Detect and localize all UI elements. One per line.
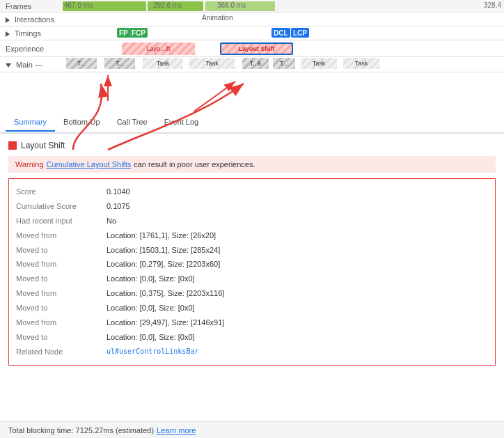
timings-expand-icon[interactable] <box>6 31 10 37</box>
details-box: Score 0.1040 Cumulative Score 0.1075 Had… <box>8 178 496 366</box>
arrow-2 <box>139 81 235 111</box>
timestamp-2: 292.6 ms <box>153 1 182 9</box>
task-4: Task <box>189 58 235 69</box>
timings-row: Timings FP FCP DCL LCP <box>0 26 504 40</box>
detail-moved-to-2: Moved to Location: [0,0], Size: [0x0] <box>16 272 488 286</box>
moved-from-3-val: Location: [0,375], Size: [2203x116] <box>107 286 224 301</box>
detail-recent-input: Had recent input No <box>16 214 488 228</box>
moved-from-1-key: Moved from <box>16 228 107 243</box>
related-node-key: Related Node <box>16 345 107 359</box>
experience-row: Experience Layo...ift Layout Shift <box>0 40 504 57</box>
main-label: Main — <box>0 61 63 69</box>
detail-moved-to-4: Moved to Location: [0,0], Size: [0x0] <box>16 330 488 345</box>
timings-label: Timings <box>0 29 63 38</box>
timings-track: FP FCP DCL LCP <box>63 26 504 40</box>
moved-to-4-val: Location: [0,0], Size: [0x0] <box>107 330 195 345</box>
tab-call-tree[interactable]: Call Tree <box>109 114 156 132</box>
moved-from-2-key: Moved from <box>16 257 107 272</box>
timestamp-3: 366.0 ms <box>217 1 246 9</box>
moved-from-3-key: Moved from <box>16 286 107 301</box>
moved-to-2-val: Location: [0,0], Size: [0x0] <box>107 272 195 286</box>
detail-moved-to-1: Moved to Location: [1503,1], Size: [285x… <box>16 243 488 258</box>
exp-block-1[interactable]: Layo...ift <box>122 42 195 55</box>
exp-block-1-label: Layo...ift <box>146 45 170 52</box>
learn-more-link[interactable]: Learn more <box>157 426 196 435</box>
footer-text: Total blocking time: 7125.27ms (estimate… <box>8 426 154 435</box>
detail-score: Score 0.1040 <box>16 185 488 199</box>
task-1: T... <box>66 58 97 69</box>
moved-from-4-key: Moved from <box>16 315 107 330</box>
task-8: Task <box>343 58 379 69</box>
expand-icon[interactable] <box>6 17 10 23</box>
layout-shift-icon <box>8 141 17 150</box>
recent-input-val: No <box>107 214 116 228</box>
frames-label: Frames <box>0 2 63 10</box>
panel-title: Layout Shift <box>8 141 496 150</box>
frames-row: Frames 467.0 ms 292.6 ms 366.0 ms 328.4 <box>0 0 504 13</box>
interactions-track: Animation <box>63 13 504 26</box>
task-2: T... <box>104 58 135 69</box>
footer-bar: Total blocking time: 7125.27ms (estimate… <box>0 421 504 438</box>
warning-suffix: can result in poor user experiences. <box>134 160 255 169</box>
moved-from-1-val: Location: [1761,1], Size: [26x20] <box>107 228 216 243</box>
panel-title-text: Layout Shift <box>21 141 65 150</box>
timestamp-1: 467.0 ms <box>64 1 93 9</box>
detail-related-node: Related Node ul#userControlLinksBar <box>16 345 488 359</box>
detail-cumulative-score: Cumulative Score 0.1075 <box>16 199 488 214</box>
moved-from-2-val: Location: [0,279], Size: [2203x60] <box>107 257 220 272</box>
tab-summary[interactable]: Summary <box>6 114 55 132</box>
moved-to-3-key: Moved to <box>16 301 107 315</box>
interactions-row: Interactions Animation <box>0 13 504 26</box>
devtools-container: Frames 467.0 ms 292.6 ms 366.0 ms 328.4 … <box>0 0 504 438</box>
interactions-label: Interactions <box>0 15 63 24</box>
score-key: Score <box>16 185 107 199</box>
moved-to-1-val: Location: [1503,1], Size: [285x24] <box>107 243 220 258</box>
cumulative-score-key: Cumulative Score <box>16 199 107 214</box>
exp-block-2[interactable]: Layout Shift <box>220 42 293 55</box>
moved-to-4-key: Moved to <box>16 330 107 345</box>
exp-block-2-label: Layout Shift <box>239 45 275 52</box>
animation-label: Animation <box>202 14 233 22</box>
detail-moved-to-3: Moved to Location: [0,0], Size: [0x0] <box>16 301 488 315</box>
moved-to-3-val: Location: [0,0], Size: [0x0] <box>107 301 195 315</box>
summary-panel: Layout Shift Warning Cumulative Layout S… <box>0 134 504 370</box>
recent-input-key: Had recent input <box>16 214 107 228</box>
detail-moved-from-2: Moved from Location: [0,279], Size: [220… <box>16 257 488 272</box>
main-track: T... T... Task Task T...k T... Task Task <box>63 57 504 72</box>
main-row: Main — T... T... Task Task T...k T... Ta… <box>0 57 504 72</box>
task-5: T...k <box>242 58 269 69</box>
moved-to-1-key: Moved to <box>16 243 107 258</box>
timeline-section: Frames 467.0 ms 292.6 ms 366.0 ms 328.4 … <box>0 0 504 111</box>
detail-moved-from-4: Moved from Location: [29,497], Size: [21… <box>16 315 488 330</box>
task-6: T... <box>273 58 295 69</box>
moved-to-2-key: Moved to <box>16 272 107 286</box>
warning-prefix: Warning <box>15 160 44 169</box>
detail-moved-from-1: Moved from Location: [1761,1], Size: [26… <box>16 228 488 243</box>
moved-from-4-val: Location: [29,497], Size: [2146x91] <box>107 315 224 330</box>
related-node-val[interactable]: ul#userControlLinksBar <box>107 345 198 359</box>
timestamp-4: 328.4 <box>484 1 501 9</box>
warning-link[interactable]: Cumulative Layout Shifts <box>47 160 132 169</box>
score-val: 0.1040 <box>107 185 130 199</box>
main-expand-icon[interactable] <box>6 63 11 68</box>
experience-label: Experience <box>0 45 63 53</box>
fp-badge: FP <box>117 28 130 38</box>
warning-banner: Warning Cumulative Layout Shifts can res… <box>8 156 496 173</box>
frames-track: 467.0 ms 292.6 ms 366.0 ms 328.4 <box>63 0 504 12</box>
experience-track: Layo...ift Layout Shift <box>63 40 504 56</box>
cumulative-score-val: 0.1075 <box>107 199 130 214</box>
lcp-badge: LCP <box>291 28 309 38</box>
dcl-badge: DCL <box>271 28 290 38</box>
fcp-badge: FCP <box>129 28 148 38</box>
tab-event-log[interactable]: Event Log <box>156 114 207 132</box>
tabs-bar: Summary Bottom-Up Call Tree Event Log <box>0 111 504 134</box>
task-7: Task <box>301 58 337 69</box>
detail-moved-from-3: Moved from Location: [0,375], Size: [220… <box>16 286 488 301</box>
task-3: Task <box>143 58 183 69</box>
tab-bottom-up[interactable]: Bottom-Up <box>55 114 109 132</box>
